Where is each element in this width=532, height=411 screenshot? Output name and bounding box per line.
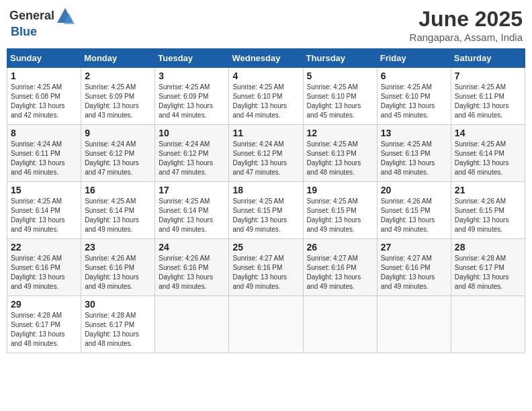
table-row: 2 Sunrise: 4:25 AMSunset: 6:09 PMDayligh… xyxy=(81,68,155,125)
day-info: Sunrise: 4:26 AMSunset: 6:16 PMDaylight:… xyxy=(159,255,213,290)
day-info: Sunrise: 4:25 AMSunset: 6:15 PMDaylight:… xyxy=(307,197,361,233)
table-row: 17 Sunrise: 4:25 AMSunset: 6:14 PMDaylig… xyxy=(155,182,229,239)
col-tuesday: Tuesday xyxy=(155,49,229,68)
table-row: 4 Sunrise: 4:25 AMSunset: 6:10 PMDayligh… xyxy=(229,68,303,125)
table-row: 1 Sunrise: 4:25 AMSunset: 6:08 PMDayligh… xyxy=(7,68,81,125)
day-info: Sunrise: 4:27 AMSunset: 6:16 PMDaylight:… xyxy=(232,255,287,290)
logo: General Blue xyxy=(9,7,75,39)
table-row: 23 Sunrise: 4:26 AMSunset: 6:16 PMDaylig… xyxy=(81,239,155,296)
day-info: Sunrise: 4:26 AMSunset: 6:15 PMDaylight:… xyxy=(455,197,509,233)
day-info: Sunrise: 4:24 AMSunset: 6:12 PMDaylight:… xyxy=(232,140,287,176)
col-thursday: Thursday xyxy=(303,49,377,68)
day-number: 22 xyxy=(11,242,77,253)
day-number: 20 xyxy=(381,185,447,195)
day-info: Sunrise: 4:25 AMSunset: 6:11 PMDaylight:… xyxy=(455,83,509,119)
day-info: Sunrise: 4:25 AMSunset: 6:09 PMDaylight:… xyxy=(85,83,139,119)
week-row-5: 29 Sunrise: 4:28 AMSunset: 6:17 PMDaylig… xyxy=(7,296,525,353)
table-row: 13 Sunrise: 4:25 AMSunset: 6:13 PMDaylig… xyxy=(377,125,451,182)
day-number: 17 xyxy=(159,185,225,195)
month-title: June 2025 xyxy=(410,7,523,32)
day-info: Sunrise: 4:25 AMSunset: 6:10 PMDaylight:… xyxy=(381,83,435,119)
day-info: Sunrise: 4:25 AMSunset: 6:09 PMDaylight:… xyxy=(159,83,213,119)
day-number: 3 xyxy=(159,71,225,81)
week-row-4: 22 Sunrise: 4:26 AMSunset: 6:16 PMDaylig… xyxy=(7,239,525,296)
col-monday: Monday xyxy=(81,49,155,68)
logo-icon xyxy=(56,7,75,26)
table-row: 3 Sunrise: 4:25 AMSunset: 6:09 PMDayligh… xyxy=(155,68,229,125)
day-info: Sunrise: 4:25 AMSunset: 6:13 PMDaylight:… xyxy=(307,140,361,176)
day-info: Sunrise: 4:25 AMSunset: 6:14 PMDaylight:… xyxy=(85,197,139,233)
empty-cell xyxy=(303,296,377,353)
col-sunday: Sunday xyxy=(7,49,81,68)
week-row-2: 8 Sunrise: 4:24 AMSunset: 6:11 PMDayligh… xyxy=(7,125,525,182)
day-info: Sunrise: 4:24 AMSunset: 6:11 PMDaylight:… xyxy=(11,140,65,176)
table-row: 20 Sunrise: 4:26 AMSunset: 6:15 PMDaylig… xyxy=(377,182,451,239)
col-friday: Friday xyxy=(377,49,451,68)
table-row: 30 Sunrise: 4:28 AMSunset: 6:17 PMDaylig… xyxy=(81,296,155,353)
day-number: 18 xyxy=(232,185,299,195)
day-info: Sunrise: 4:26 AMSunset: 6:15 PMDaylight:… xyxy=(381,197,435,233)
table-row: 11 Sunrise: 4:24 AMSunset: 6:12 PMDaylig… xyxy=(229,125,303,182)
logo-blue-text: Blue xyxy=(11,26,75,39)
logo-general-text: General xyxy=(9,9,54,23)
day-info: Sunrise: 4:24 AMSunset: 6:12 PMDaylight:… xyxy=(85,140,139,176)
day-info: Sunrise: 4:26 AMSunset: 6:16 PMDaylight:… xyxy=(11,255,65,290)
week-row-3: 15 Sunrise: 4:25 AMSunset: 6:14 PMDaylig… xyxy=(7,182,525,239)
table-row: 7 Sunrise: 4:25 AMSunset: 6:11 PMDayligh… xyxy=(451,68,525,125)
day-number: 2 xyxy=(85,71,151,81)
table-row: 26 Sunrise: 4:27 AMSunset: 6:16 PMDaylig… xyxy=(303,239,377,296)
table-row: 15 Sunrise: 4:25 AMSunset: 6:14 PMDaylig… xyxy=(7,182,81,239)
day-number: 13 xyxy=(381,128,447,138)
location-title: Rangapara, Assam, India xyxy=(410,32,523,43)
day-number: 27 xyxy=(381,242,447,253)
title-area: June 2025 Rangapara, Assam, India xyxy=(410,7,523,43)
day-info: Sunrise: 4:24 AMSunset: 6:12 PMDaylight:… xyxy=(159,140,213,176)
day-number: 4 xyxy=(232,71,299,81)
day-info: Sunrise: 4:28 AMSunset: 6:17 PMDaylight:… xyxy=(11,312,65,347)
table-row: 22 Sunrise: 4:26 AMSunset: 6:16 PMDaylig… xyxy=(7,239,81,296)
table-row: 9 Sunrise: 4:24 AMSunset: 6:12 PMDayligh… xyxy=(81,125,155,182)
day-number: 7 xyxy=(455,71,521,81)
header: General Blue June 2025 Rangapara, Assam,… xyxy=(7,7,525,43)
day-info: Sunrise: 4:25 AMSunset: 6:15 PMDaylight:… xyxy=(232,197,287,233)
day-number: 30 xyxy=(85,299,151,310)
day-info: Sunrise: 4:25 AMSunset: 6:13 PMDaylight:… xyxy=(381,140,435,176)
day-number: 5 xyxy=(307,71,373,81)
col-saturday: Saturday xyxy=(451,49,525,68)
table-row: 25 Sunrise: 4:27 AMSunset: 6:16 PMDaylig… xyxy=(229,239,303,296)
day-info: Sunrise: 4:25 AMSunset: 6:10 PMDaylight:… xyxy=(307,83,361,119)
table-row: 6 Sunrise: 4:25 AMSunset: 6:10 PMDayligh… xyxy=(377,68,451,125)
empty-cell xyxy=(377,296,451,353)
day-number: 1 xyxy=(11,71,77,81)
day-info: Sunrise: 4:25 AMSunset: 6:14 PMDaylight:… xyxy=(11,197,65,233)
calendar: Sunday Monday Tuesday Wednesday Thursday… xyxy=(7,48,525,353)
table-row: 12 Sunrise: 4:25 AMSunset: 6:13 PMDaylig… xyxy=(303,125,377,182)
table-row: 28 Sunrise: 4:28 AMSunset: 6:17 PMDaylig… xyxy=(451,239,525,296)
day-number: 9 xyxy=(85,128,151,138)
table-row: 27 Sunrise: 4:27 AMSunset: 6:16 PMDaylig… xyxy=(377,239,451,296)
table-row: 24 Sunrise: 4:26 AMSunset: 6:16 PMDaylig… xyxy=(155,239,229,296)
empty-cell xyxy=(451,296,525,353)
empty-cell xyxy=(155,296,229,353)
table-row: 8 Sunrise: 4:24 AMSunset: 6:11 PMDayligh… xyxy=(7,125,81,182)
table-row: 29 Sunrise: 4:28 AMSunset: 6:17 PMDaylig… xyxy=(7,296,81,353)
day-number: 8 xyxy=(11,128,77,138)
day-number: 25 xyxy=(232,242,299,253)
day-number: 11 xyxy=(232,128,299,138)
calendar-header-row: Sunday Monday Tuesday Wednesday Thursday… xyxy=(7,49,525,68)
day-info: Sunrise: 4:25 AMSunset: 6:08 PMDaylight:… xyxy=(11,83,65,119)
day-info: Sunrise: 4:27 AMSunset: 6:16 PMDaylight:… xyxy=(307,255,361,290)
day-number: 24 xyxy=(159,242,225,253)
day-number: 16 xyxy=(85,185,151,195)
table-row: 18 Sunrise: 4:25 AMSunset: 6:15 PMDaylig… xyxy=(229,182,303,239)
day-number: 29 xyxy=(11,299,77,310)
col-wednesday: Wednesday xyxy=(229,49,303,68)
table-row: 21 Sunrise: 4:26 AMSunset: 6:15 PMDaylig… xyxy=(451,182,525,239)
day-info: Sunrise: 4:26 AMSunset: 6:16 PMDaylight:… xyxy=(85,255,139,290)
day-number: 14 xyxy=(455,128,521,138)
day-number: 12 xyxy=(307,128,373,138)
table-row: 16 Sunrise: 4:25 AMSunset: 6:14 PMDaylig… xyxy=(81,182,155,239)
day-info: Sunrise: 4:28 AMSunset: 6:17 PMDaylight:… xyxy=(455,255,509,290)
table-row: 14 Sunrise: 4:25 AMSunset: 6:14 PMDaylig… xyxy=(451,125,525,182)
table-row: 19 Sunrise: 4:25 AMSunset: 6:15 PMDaylig… xyxy=(303,182,377,239)
